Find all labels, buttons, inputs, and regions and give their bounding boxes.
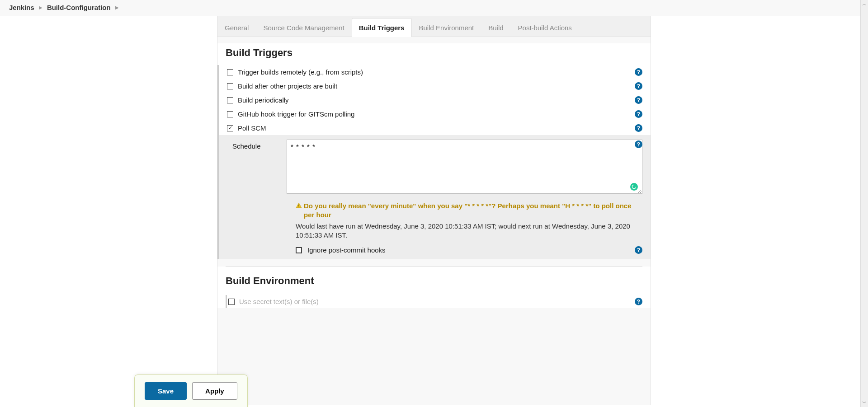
schedule-warning: Do you really mean "every minute" when y… <box>304 201 642 220</box>
apply-button[interactable]: Apply <box>192 382 237 400</box>
checkbox-ignore-hooks[interactable] <box>296 247 302 253</box>
chevron-right-icon: ▶ <box>39 5 42 10</box>
checkbox-trigger-remotely[interactable] <box>227 69 233 75</box>
checkbox-build-periodically[interactable] <box>227 97 233 103</box>
schedule-input[interactable] <box>287 140 642 194</box>
help-icon[interactable]: ? <box>635 124 642 132</box>
tab-post-build[interactable]: Post-build Actions <box>511 18 579 37</box>
label-trigger-remotely: Trigger builds remotely (e.g., from scri… <box>238 68 363 76</box>
checkbox-use-secret[interactable] <box>228 299 235 305</box>
checkbox-github-hook[interactable] <box>227 111 233 117</box>
help-icon[interactable]: ? <box>635 82 642 90</box>
help-icon[interactable]: ? <box>635 140 642 148</box>
chevron-right-icon: ▶ <box>115 5 119 10</box>
tab-build-environment[interactable]: Build Environment <box>412 18 481 37</box>
build-triggers-section: Build Triggers Trigger builds remotely (… <box>217 37 651 308</box>
schedule-info: Would last have run at Wednesday, June 3… <box>217 220 651 243</box>
help-icon[interactable]: ? <box>635 96 642 104</box>
config-tabs: General Source Code Management Build Tri… <box>217 16 651 37</box>
label-ignore-hooks: Ignore post-commit hooks <box>307 246 386 254</box>
svg-rect-0 <box>298 205 299 206</box>
save-button[interactable]: Save <box>145 382 187 400</box>
tab-scm[interactable]: Source Code Management <box>256 18 351 37</box>
checkbox-build-after[interactable] <box>227 83 233 89</box>
breadcrumb: Jenkins ▶ Build-Configuration ▶ <box>0 0 868 16</box>
svg-rect-1 <box>298 206 299 207</box>
label-build-periodically: Build periodically <box>238 96 289 104</box>
tab-build[interactable]: Build <box>481 18 510 37</box>
schedule-label: Schedule <box>232 140 287 195</box>
config-panel: General Source Code Management Build Tri… <box>217 16 651 405</box>
section-title-environment: Build Environment <box>226 275 642 287</box>
help-icon[interactable]: ? <box>635 246 642 254</box>
warning-icon <box>296 202 302 209</box>
tab-build-triggers[interactable]: Build Triggers <box>352 18 412 37</box>
label-build-after: Build after other projects are built <box>238 82 337 90</box>
action-footer: Save Apply <box>134 374 248 405</box>
loading-spinner-icon <box>630 183 638 191</box>
tab-general[interactable]: General <box>217 18 256 37</box>
label-poll-scm: Poll SCM <box>238 124 266 132</box>
scroll-down-icon[interactable]: ﹀ <box>862 400 867 405</box>
checkbox-poll-scm[interactable] <box>227 125 233 131</box>
section-title-triggers: Build Triggers <box>217 43 651 65</box>
label-github-hook: GitHub hook trigger for GITScm polling <box>238 110 354 118</box>
scrollbar[interactable]: ︿ ﹀ <box>860 0 868 405</box>
help-icon[interactable]: ? <box>635 298 642 305</box>
build-environment-section: Build Environment Use secret text(s) or … <box>217 267 651 308</box>
breadcrumb-root[interactable]: Jenkins <box>9 4 34 11</box>
breadcrumb-job[interactable]: Build-Configuration <box>47 4 111 11</box>
label-use-secret: Use secret text(s) or file(s) <box>239 298 319 305</box>
help-icon[interactable]: ? <box>635 110 642 118</box>
scroll-up-icon[interactable]: ︿ <box>862 1 867 7</box>
help-icon[interactable]: ? <box>635 68 642 76</box>
